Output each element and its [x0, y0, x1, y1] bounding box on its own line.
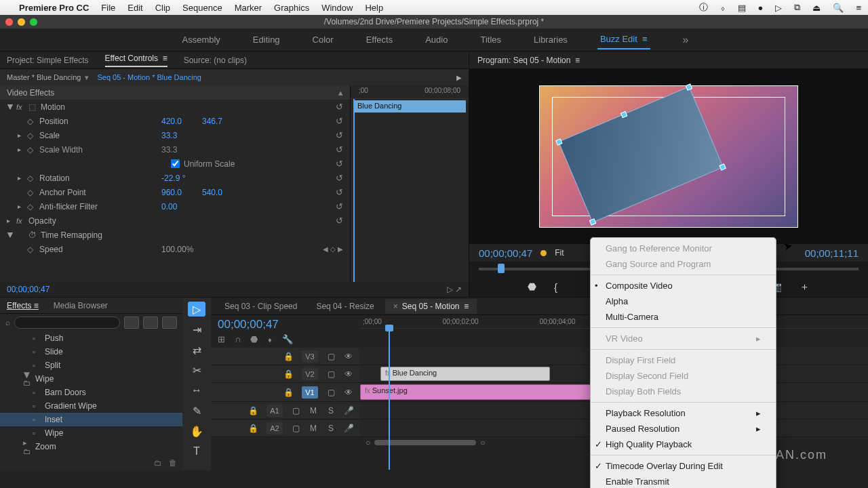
new-bin-icon[interactable]: 🗀 — [154, 458, 162, 468]
workspace-audio[interactable]: Audio — [422, 30, 450, 49]
fx-badge-opacity[interactable]: fx — [16, 217, 28, 225]
linked-selection-icon[interactable]: ∩ — [235, 334, 241, 344]
ec-play-icon[interactable]: ▷ ↗ — [447, 285, 462, 294]
menu-clip[interactable]: Clip — [155, 3, 170, 13]
keyframe-toggle-position[interactable]: ◇ — [27, 117, 39, 126]
workspace-overflow-icon[interactable]: » — [683, 34, 689, 46]
ec-timecode[interactable]: 00;00;00;47 — [7, 285, 50, 294]
settings-icon[interactable]: ⬧ — [267, 334, 273, 344]
menu-item[interactable]: Alpha — [591, 293, 776, 309]
pen-tool[interactable]: ✎ — [188, 403, 205, 418]
timeline-timecode[interactable]: 00;00;00;47 — [218, 318, 353, 331]
program-tab[interactable]: Program: Seq 05 - Motion ≡ — [477, 56, 580, 65]
timeline-tab-seq05[interactable]: ×Seq 05 - Motion ≡ — [385, 299, 477, 314]
tab-effect-controls[interactable]: Effect Controls ≡ — [105, 54, 167, 67]
effects-folder[interactable]: ⯆ 🗀Wipe — [0, 372, 182, 386]
type-tool[interactable]: T — [188, 444, 205, 459]
fx-badge-icon[interactable]: fx — [16, 103, 28, 111]
scale-val[interactable]: 33.3 — [161, 131, 202, 140]
keyframe-toggle-rotation[interactable]: ◇ — [27, 174, 39, 183]
lock-v2[interactable]: 🔒 — [283, 369, 294, 379]
marker-add-icon[interactable]: ⬣ — [250, 334, 258, 344]
spotlight-icon[interactable]: 🔍 — [833, 3, 844, 13]
timeline-tab-seq03[interactable]: Seq 03 - Clip Speed — [216, 299, 305, 314]
track-select-tool[interactable]: ⇥ — [188, 322, 205, 337]
toggle-output-v3[interactable]: 👁 — [344, 352, 353, 361]
program-timecode-current[interactable]: 00;00;00;47 — [479, 247, 532, 259]
in-point-icon[interactable]: { — [554, 281, 557, 293]
lock-v1[interactable]: 🔒 — [283, 388, 294, 397]
menu-window[interactable]: Window — [321, 3, 353, 13]
menu-graphics[interactable]: Graphics — [274, 3, 309, 13]
track-v1[interactable]: V1 — [302, 386, 318, 399]
keyframe-toggle-anchor[interactable]: ◇ — [27, 188, 39, 197]
menu-item[interactable]: ✓High Quality Playback — [591, 436, 776, 452]
toggle-output-v1[interactable]: 👁 — [344, 388, 353, 397]
ec-clip-bar[interactable]: Blue Dancing — [353, 100, 466, 113]
position-x[interactable]: 420.0 — [161, 117, 202, 126]
opacity-label[interactable]: Opacity — [28, 216, 151, 226]
airplay-icon[interactable]: ⧉ — [794, 2, 800, 13]
menu-marker[interactable]: Marker — [235, 3, 262, 13]
reset-scale-width[interactable]: ↺ — [336, 144, 343, 155]
lock-a1[interactable]: 🔒 — [248, 406, 258, 415]
app-menu[interactable]: Premiere Pro CC — [19, 3, 89, 13]
position-y[interactable]: 346.7 — [202, 117, 243, 126]
tab-project[interactable]: Project: Simple Effects — [7, 56, 89, 65]
delete-icon[interactable]: 🗑 — [169, 458, 177, 468]
menu-item[interactable]: Paused Resolution▸ — [591, 421, 776, 436]
video-icon[interactable]: ▷ — [775, 3, 782, 13]
anchor-y[interactable]: 540.0 — [202, 188, 243, 197]
yuv-filter-icon[interactable] — [162, 317, 177, 329]
anchor-x[interactable]: 960.0 — [161, 188, 202, 197]
workspace-effects[interactable]: Effects — [363, 30, 396, 49]
voice-a1[interactable]: 🎤 — [344, 406, 353, 415]
effects-preset[interactable]: ▫Slide — [0, 345, 182, 359]
zoom-fit[interactable]: Fit — [555, 248, 564, 258]
sync-lock-v2[interactable]: ▢ — [326, 369, 336, 379]
workspace-libraries[interactable]: Libraries — [531, 30, 570, 49]
slip-tool[interactable]: ↔ — [188, 383, 205, 398]
reset-motion[interactable]: ↺ — [336, 102, 343, 112]
menu-item[interactable]: Enable Transmit — [591, 474, 776, 488]
menu-help[interactable]: Help — [365, 3, 383, 13]
lock-a2[interactable]: 🔒 — [248, 424, 258, 433]
ec-playhead[interactable] — [353, 99, 355, 282]
wrench-icon[interactable]: 🔧 — [282, 334, 293, 344]
menu-sequence[interactable]: Sequence — [182, 3, 222, 13]
time-remap-icon[interactable]: ⏱ — [28, 230, 41, 240]
effects-preset[interactable]: ▫Barn Doors — [0, 386, 182, 399]
menu-item[interactable]: •Composite Video — [591, 278, 776, 293]
timeline-tab-seq04[interactable]: Seq 04 - Resize — [308, 299, 382, 314]
track-a1[interactable]: A1 — [267, 405, 283, 417]
antiflicker-val[interactable]: 0.00 — [161, 202, 202, 211]
mute-a1[interactable]: M — [309, 406, 318, 415]
workspace-buzz-edit[interactable]: Buzz Edit ≡ — [597, 30, 650, 49]
accelerated-filter-icon[interactable] — [124, 317, 139, 329]
speed-val[interactable]: 100.00% — [161, 245, 193, 254]
program-viewport[interactable] — [469, 69, 868, 244]
keyframe-toggle-speed[interactable]: ◇ — [27, 245, 39, 254]
reset-rotation[interactable]: ↺ — [336, 173, 343, 183]
effects-tree[interactable]: ▫Push▫Slide▫Split⯆ 🗀Wipe▫Barn Doors▫Grad… — [0, 331, 182, 455]
workspace-color[interactable]: Color — [310, 30, 336, 49]
menu-file[interactable]: File — [101, 3, 115, 13]
expand-motion[interactable]: ⯆ — [7, 103, 16, 110]
menu-item[interactable]: Playback Resolution▸ — [591, 405, 776, 421]
tab-source[interactable]: Source: (no clips) — [184, 56, 247, 65]
keyframe-toggle-scale[interactable]: ◇ — [27, 131, 39, 140]
track-v2[interactable]: V2 — [302, 368, 318, 380]
motion-direct-icon[interactable]: ⬚ — [28, 102, 41, 112]
effects-folder[interactable]: ▸ 🗀Zoom — [0, 440, 182, 453]
tab-effects[interactable]: Effects ≡ — [7, 301, 39, 310]
solo-a2[interactable]: S — [326, 424, 336, 433]
snap-icon[interactable]: ⊞ — [218, 334, 225, 344]
eject-icon[interactable]: ⏏ — [812, 3, 821, 13]
workspace-assembly[interactable]: Assembly — [179, 30, 222, 49]
timeline-playhead[interactable] — [389, 325, 390, 470]
sync-lock-a2[interactable]: ▢ — [291, 424, 300, 433]
sync-lock-a1[interactable]: ▢ — [291, 406, 300, 415]
record-icon[interactable]: ● — [758, 3, 764, 13]
status-icon[interactable]: ⓘ — [699, 1, 708, 14]
effect-controls-timeline[interactable]: ;0000;00;08;00 Blue Dancing — [350, 85, 469, 282]
